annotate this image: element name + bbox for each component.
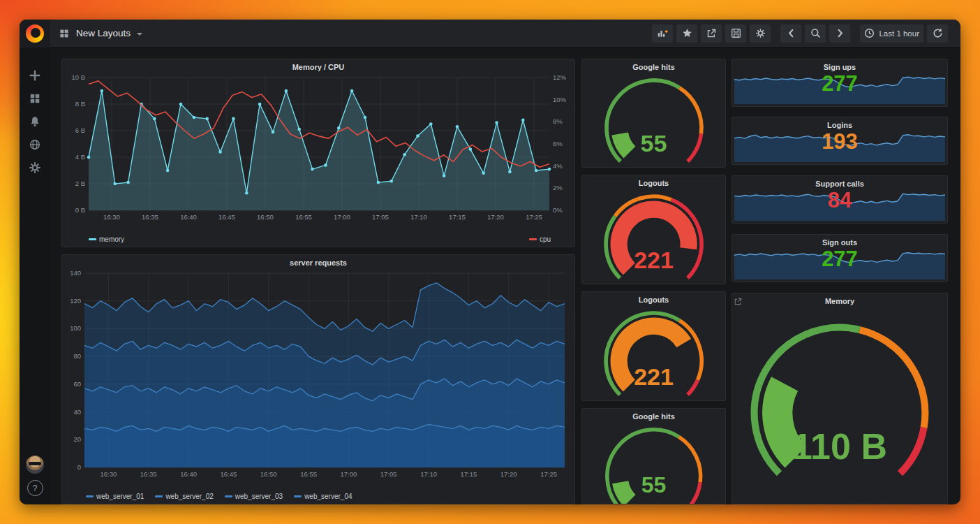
grafana-logo (26, 24, 44, 43)
svg-text:4%: 4% (553, 162, 563, 170)
save-button[interactable] (725, 24, 746, 43)
svg-text:16:35: 16:35 (140, 470, 157, 478)
svg-text:16:50: 16:50 (257, 213, 274, 221)
gauge-value: 221 (582, 247, 725, 274)
memory-cpu-chart[interactable]: 16:3016:3516:4016:4516:5016:5517:0017:05… (64, 73, 573, 221)
svg-text:16:55: 16:55 (300, 470, 317, 478)
zoom-out-icon (810, 28, 821, 38)
svg-text:16:30: 16:30 (103, 213, 120, 221)
refresh-button[interactable] (927, 24, 948, 43)
grafana-app: New Layouts (20, 20, 960, 504)
svg-text:17:10: 17:10 (420, 470, 437, 478)
svg-text:17:00: 17:00 (341, 470, 357, 478)
legend-item-memory[interactable]: memory (89, 235, 124, 243)
panel-title[interactable]: Logouts (582, 292, 725, 310)
svg-text:10%: 10% (553, 96, 567, 103)
user-avatar[interactable] (26, 456, 44, 474)
dashboards-icon (29, 92, 41, 105)
svg-text:0%: 0% (553, 206, 563, 214)
legend-swatch (89, 238, 96, 240)
clock-icon (864, 28, 875, 38)
svg-text:6 B: 6 B (75, 126, 85, 134)
gauge-value: 55 (582, 472, 725, 498)
gear-icon (29, 161, 41, 174)
panel-gauge-memory: Memory 110 B (732, 293, 948, 504)
svg-text:2%: 2% (553, 184, 563, 191)
panel-stat-logins: Logins 193 (732, 117, 948, 165)
star-icon (682, 28, 692, 38)
panel-gauge-logouts-red: Logouts 221 (581, 175, 726, 284)
panel-settings-button[interactable] (750, 24, 771, 43)
svg-text:120: 120 (70, 297, 81, 305)
chevron-left-icon (786, 28, 796, 38)
svg-text:17:05: 17:05 (380, 470, 397, 478)
panel-title[interactable]: Memory (732, 293, 947, 311)
panel-link-icon[interactable] (734, 296, 742, 308)
svg-text:8 B: 8 B (75, 100, 85, 108)
legend-item-cpu[interactable]: cpu (529, 235, 551, 243)
svg-text:8%: 8% (553, 117, 563, 125)
panel-stat-support-calls: Support calls 84 (732, 175, 948, 224)
dashboard-title: New Layouts (76, 28, 131, 38)
sidebar-item-create[interactable] (27, 68, 43, 82)
panel-title[interactable]: Logouts (582, 175, 725, 193)
panel-server-requests: server requests 16:3016:3516:4016:4516:5… (61, 254, 575, 504)
legend-swatch (294, 495, 302, 497)
time-back-button[interactable] (780, 24, 801, 43)
zoom-out-button[interactable] (805, 24, 826, 43)
legend-item-web-server-03[interactable]: web_server_03 (225, 493, 283, 500)
panel-title[interactable]: server requests (62, 255, 574, 272)
add-panel-icon (658, 28, 668, 38)
server-requests-chart[interactable]: 16:3016:3516:4016:4516:5016:5517:0017:05… (64, 269, 573, 479)
legend-swatch (86, 495, 94, 497)
settings-icon (755, 28, 766, 38)
panel-title[interactable]: Google hits (582, 59, 725, 77)
svg-text:40: 40 (73, 408, 81, 416)
legend-swatch (155, 495, 163, 497)
panel-gauge-google-hits-small: Google hits 55 (581, 408, 726, 504)
window-frame: New Layouts (0, 0, 980, 524)
grafana-logo-cell[interactable] (20, 20, 50, 48)
sidebar-item-alerting[interactable] (27, 115, 43, 129)
svg-text:16:55: 16:55 (295, 213, 312, 221)
share-icon (706, 28, 717, 38)
svg-text:17:20: 17:20 (500, 470, 517, 478)
stat-value: 193 (732, 129, 947, 154)
legend-item-web-server-02[interactable]: web_server_02 (155, 493, 213, 500)
svg-text:16:40: 16:40 (180, 470, 197, 478)
panel-title[interactable]: Google hits (582, 409, 725, 426)
svg-text:60: 60 (73, 380, 81, 388)
svg-text:16:45: 16:45 (221, 470, 237, 478)
svg-text:16:30: 16:30 (101, 470, 117, 478)
gauge-value: 110 B (732, 425, 947, 467)
bell-icon (29, 115, 41, 128)
legend-swatch (225, 495, 232, 497)
time-forward-button[interactable] (829, 24, 850, 43)
legend-swatch (529, 238, 537, 240)
panel-memory-cpu: Memory / CPU 16:3016:3516:4016:4516:5016… (61, 59, 575, 247)
svg-text:17:00: 17:00 (334, 213, 350, 221)
apps-grid-icon (59, 28, 70, 39)
svg-text:17:15: 17:15 (461, 470, 477, 478)
add-panel-button[interactable] (652, 24, 673, 43)
sidebar-item-dashboards[interactable] (27, 92, 43, 105)
toolbar: Last 1 hour (648, 24, 948, 43)
chevron-right-icon (835, 28, 845, 38)
legend-item-web-server-04[interactable]: web_server_04 (294, 493, 352, 500)
panel-title[interactable]: Memory / CPU (62, 59, 574, 77)
top-navbar: New Layouts (50, 20, 960, 48)
stat-value: 277 (732, 71, 947, 96)
dashboard-title-button[interactable]: New Layouts (59, 28, 142, 39)
sidebar-item-explore[interactable] (27, 138, 43, 152)
time-range-picker[interactable]: Last 1 hour (860, 24, 923, 43)
svg-text:16:45: 16:45 (218, 213, 235, 221)
sidebar-item-configuration[interactable] (27, 161, 43, 175)
legend-item-web-server-01[interactable]: web_server_01 (86, 493, 144, 500)
time-range-label: Last 1 hour (879, 29, 919, 38)
svg-text:20: 20 (73, 435, 81, 443)
star-button[interactable] (676, 24, 697, 43)
svg-text:16:40: 16:40 (180, 213, 197, 221)
share-button[interactable] (701, 24, 722, 43)
svg-text:100: 100 (70, 324, 81, 332)
help-icon[interactable]: ? (27, 480, 43, 496)
